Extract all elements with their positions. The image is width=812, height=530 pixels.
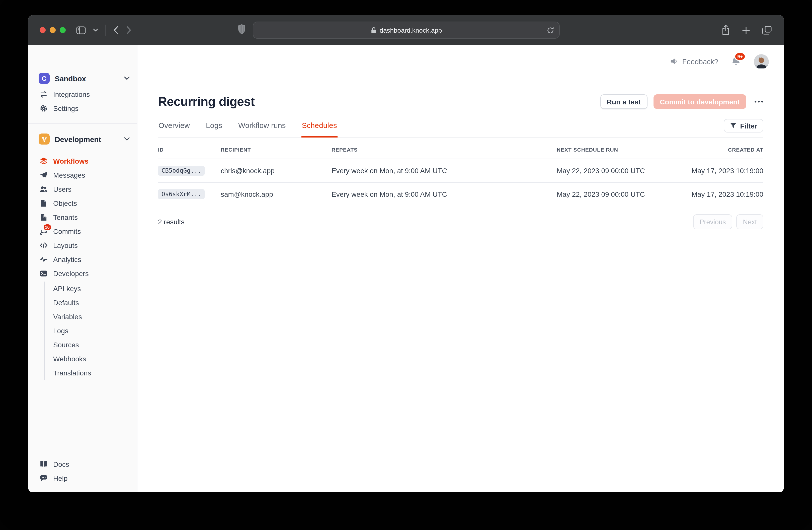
next-run-cell: May 22, 2023 09:00:00 UTC xyxy=(557,159,682,182)
new-tab-icon[interactable] xyxy=(742,26,750,34)
column-header-next-schedule-run: NEXT SCHEDULE RUN xyxy=(557,138,682,159)
sidebar-item-integrations[interactable]: Integrations xyxy=(28,87,137,101)
previous-page-button[interactable]: Previous xyxy=(693,214,732,229)
sidebar-item-docs[interactable]: Docs xyxy=(28,457,137,471)
page-content: Recurring digest Run a test Commit to de… xyxy=(137,78,784,229)
sidebar-subitem-webhooks[interactable]: Webhooks xyxy=(45,352,137,366)
created-at-cell: May 17, 2023 10:19:00 xyxy=(682,159,763,182)
share-icon[interactable] xyxy=(721,25,730,36)
pulse-icon xyxy=(40,255,48,264)
column-header-created-at: CREATED AT xyxy=(682,138,763,159)
sidebar-item-analytics[interactable]: Analytics xyxy=(28,252,137,266)
minimize-window-button[interactable] xyxy=(50,27,56,33)
forward-button[interactable] xyxy=(126,26,132,34)
notifications-button[interactable]: 9+ xyxy=(731,56,741,67)
created-at-cell: May 17, 2023 10:19:00 xyxy=(682,182,763,206)
sidebar-item-label: Help xyxy=(53,474,68,482)
desktop-background: dashboard.knock.app xyxy=(0,0,812,530)
sidebar-item-commits[interactable]: 10 Commits xyxy=(28,224,137,238)
sidebar-subitem-label: Sources xyxy=(53,341,79,349)
sidebar-item-tenants[interactable]: Tenants xyxy=(28,210,137,224)
gear-icon xyxy=(40,104,48,112)
environment-switcher[interactable]: Development xyxy=(28,130,137,148)
sidebar-item-objects[interactable]: Objects xyxy=(28,196,137,210)
feedback-label: Feedback? xyxy=(682,57,719,66)
sidebar-subitem-label: Translations xyxy=(53,369,91,377)
feedback-button[interactable]: Feedback? xyxy=(670,57,719,66)
run-a-test-button[interactable]: Run a test xyxy=(600,94,647,109)
book-icon xyxy=(40,460,48,468)
back-button[interactable] xyxy=(113,26,119,34)
sidebar-subitem-logs[interactable]: Logs xyxy=(45,324,137,338)
tab-logs[interactable]: Logs xyxy=(205,116,223,138)
user-avatar[interactable] xyxy=(754,54,769,69)
filter-label: Filter xyxy=(740,122,757,130)
commits-count-badge: 10 xyxy=(43,224,52,231)
column-header-id: ID xyxy=(158,138,221,159)
tab-overview-icon[interactable] xyxy=(762,25,772,35)
lock-icon xyxy=(371,26,377,34)
sidebar-item-layouts[interactable]: Layouts xyxy=(28,238,137,252)
address-bar[interactable]: dashboard.knock.app xyxy=(253,22,560,39)
recipient-cell: sam@knock.app xyxy=(221,182,332,206)
sidebar-subitem-sources[interactable]: Sources xyxy=(45,338,137,352)
toolbar-divider xyxy=(105,25,106,36)
next-page-button[interactable]: Next xyxy=(736,214,763,229)
url-text: dashboard.knock.app xyxy=(380,26,442,34)
sidebar-subitem-defaults[interactable]: Defaults xyxy=(45,296,137,310)
refresh-icon[interactable] xyxy=(547,26,554,34)
sidebar-item-settings[interactable]: Settings xyxy=(28,101,137,115)
close-window-button[interactable] xyxy=(40,27,46,33)
commit-to-development-button[interactable]: Commit to development xyxy=(653,94,746,109)
sidebar-item-users[interactable]: Users xyxy=(28,182,137,196)
account-switcher[interactable]: C Sandbox xyxy=(28,69,137,87)
sidebar-item-label: Analytics xyxy=(53,255,81,264)
browser-titlebar: dashboard.knock.app xyxy=(28,15,784,45)
swap-arrows-icon xyxy=(40,90,48,98)
sidebar-subitem-label: Logs xyxy=(53,327,69,335)
repeats-cell: Every week on Mon, at 9:00 AM UTC xyxy=(332,159,557,182)
sidebar-item-label: Docs xyxy=(53,460,69,468)
filter-button[interactable]: Filter xyxy=(724,119,763,132)
sidebar-item-label: Messages xyxy=(53,171,85,179)
tab-schedules[interactable]: Schedules xyxy=(301,116,337,138)
schedule-id-chip[interactable]: Os6skXrM... xyxy=(158,189,205,199)
privacy-shield-icon[interactable] xyxy=(237,23,247,36)
table-header-row: ID RECIPIENT REPEATS NEXT SCHEDULE RUN C… xyxy=(158,138,763,159)
chevron-down-icon[interactable] xyxy=(93,28,98,32)
sidebar-subitem-variables[interactable]: Variables xyxy=(45,310,137,324)
funnel-icon xyxy=(730,123,737,129)
column-header-recipient: RECIPIENT xyxy=(221,138,332,159)
column-header-repeats: REPEATS xyxy=(332,138,557,159)
tab-overview[interactable]: Overview xyxy=(158,116,190,138)
tab-workflow-runs[interactable]: Workflow runs xyxy=(238,116,286,138)
page-title: Recurring digest xyxy=(158,94,600,109)
sidebar-item-help[interactable]: Help xyxy=(28,471,137,485)
more-actions-button[interactable] xyxy=(754,100,763,103)
document-icon xyxy=(40,199,48,207)
sidebar-item-label: Tenants xyxy=(53,213,78,221)
next-run-cell: May 22, 2023 09:00:00 UTC xyxy=(557,182,682,206)
megaphone-icon xyxy=(670,58,678,65)
sidebar-subitem-translations[interactable]: Translations xyxy=(45,366,137,380)
notification-count-badge: 9+ xyxy=(734,52,746,61)
developers-subitems: API keys Defaults Variables Logs Sources… xyxy=(44,281,137,380)
sidebar-subitem-api-keys[interactable]: API keys xyxy=(45,281,137,296)
building-icon xyxy=(40,213,48,221)
zoom-window-button[interactable] xyxy=(60,27,66,33)
sidebar-item-workflows[interactable]: Workflows xyxy=(28,154,137,168)
paper-plane-icon xyxy=(40,171,48,179)
sidebar-item-messages[interactable]: Messages xyxy=(28,168,137,182)
schedule-id-chip[interactable]: CB5odqGg... xyxy=(158,166,205,176)
account-name: Sandbox xyxy=(55,74,119,83)
app-topbar: Feedback? 9+ xyxy=(137,45,784,78)
account-logo: C xyxy=(39,73,50,84)
sidebar-subitem-label: Variables xyxy=(53,313,82,321)
sidebar-item-developers[interactable]: Developers xyxy=(28,266,137,281)
code-icon xyxy=(40,241,48,249)
chat-bubble-icon xyxy=(40,474,48,482)
sidebar-toggle-icon[interactable] xyxy=(76,26,86,34)
table-row[interactable]: CB5odqGg... chris@knock.app Every week o… xyxy=(158,159,763,182)
table-row[interactable]: Os6skXrM... sam@knock.app Every week on … xyxy=(158,182,763,206)
sidebar-item-label: Users xyxy=(53,185,71,193)
